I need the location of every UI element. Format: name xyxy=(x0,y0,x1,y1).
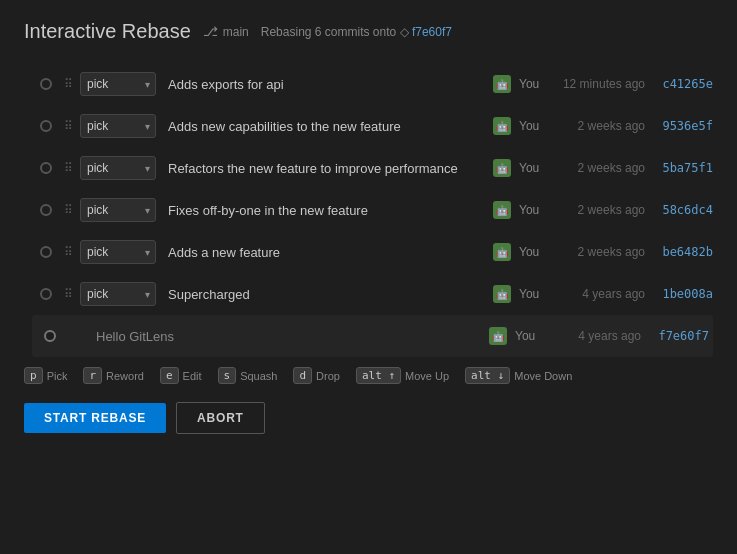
commit-meta: 🤖You12 minutes agoc41265e xyxy=(493,75,713,93)
drag-handle[interactable]: ⠿ xyxy=(60,161,76,175)
page-header: Interactive Rebase ⎇ main Rebasing 6 com… xyxy=(24,20,713,43)
drag-handle[interactable]: ⠿ xyxy=(60,287,76,301)
base-hash: f7e60f7 xyxy=(412,25,452,39)
action-select-wrapper: pickrewordeditsquashfixupdrop xyxy=(80,114,156,138)
shortcut-item: sSquash xyxy=(218,367,278,384)
base-commit-row: Hello GitLens🤖You4 years agof7e60f7 xyxy=(32,315,713,357)
branch-name: main xyxy=(223,25,249,39)
commit-hash: be6482b xyxy=(653,245,713,259)
shortcut-item: pPick xyxy=(24,367,67,384)
commit-meta: 🤖You2 weeks ago9536e5f xyxy=(493,117,713,135)
base-commit-message: Hello GitLens xyxy=(96,329,477,344)
drag-handle[interactable]: ⠿ xyxy=(60,119,76,133)
branch-badge: ⎇ main xyxy=(203,24,249,39)
commit-meta: 🤖You2 weeks ago58c6dc4 xyxy=(493,201,713,219)
author-name: You xyxy=(519,119,547,133)
action-select-wrapper: pickrewordeditsquashfixupdrop xyxy=(80,240,156,264)
timeline-col xyxy=(32,204,60,216)
table-row: ⠿pickrewordeditsquashfixupdropAdds new c… xyxy=(32,105,713,147)
timeline-col xyxy=(32,162,60,174)
start-rebase-button[interactable]: START REBASE xyxy=(24,403,166,433)
time-ago: 2 weeks ago xyxy=(555,161,645,175)
avatar: 🤖 xyxy=(493,159,511,177)
timeline-circle xyxy=(40,78,52,90)
action-select-wrapper: pickrewordeditsquashfixupdrop xyxy=(80,282,156,306)
commit-message: Supercharged xyxy=(168,287,481,302)
actions-row: START REBASE ABORT xyxy=(24,398,713,434)
timeline-circle xyxy=(40,204,52,216)
commit-message: Adds a new feature xyxy=(168,245,481,260)
shortcut-label: Reword xyxy=(106,370,144,382)
author-name: You xyxy=(519,245,547,259)
drag-handle[interactable]: ⠿ xyxy=(60,77,76,91)
author-name: You xyxy=(519,77,547,91)
action-select[interactable]: pickrewordeditsquashfixupdrop xyxy=(80,282,156,306)
action-select-wrapper: pickrewordeditsquashfixupdrop xyxy=(80,156,156,180)
timeline-col xyxy=(32,246,60,258)
avatar: 🤖 xyxy=(493,243,511,261)
table-row: ⠿pickrewordeditsquashfixupdropAdds expor… xyxy=(32,63,713,105)
action-select[interactable]: pickrewordeditsquashfixupdrop xyxy=(80,72,156,96)
avatar: 🤖 xyxy=(493,117,511,135)
commit-meta: 🤖You4 years ago1be008a xyxy=(493,285,713,303)
table-row: ⠿pickrewordeditsquashfixupdropSupercharg… xyxy=(32,273,713,315)
timeline-circle xyxy=(40,162,52,174)
action-select[interactable]: pickrewordeditsquashfixupdrop xyxy=(80,114,156,138)
shortcut-label: Pick xyxy=(47,370,68,382)
avatar: 🤖 xyxy=(493,75,511,93)
drag-handle[interactable]: ⠿ xyxy=(60,245,76,259)
shortcut-label: Squash xyxy=(240,370,277,382)
action-select-wrapper: pickrewordeditsquashfixupdrop xyxy=(80,198,156,222)
commit-meta: 🤖You2 weeks agobe6482b xyxy=(493,243,713,261)
keyboard-shortcut: e xyxy=(160,367,179,384)
commit-message: Adds exports for api xyxy=(168,77,481,92)
shortcut-item: alt ↓Move Down xyxy=(465,367,572,384)
shortcut-item: dDrop xyxy=(293,367,339,384)
author-name: You xyxy=(519,161,547,175)
keyboard-shortcut: p xyxy=(24,367,43,384)
keyboard-shortcut: r xyxy=(83,367,102,384)
timeline-col xyxy=(32,288,60,300)
time-ago: 2 weeks ago xyxy=(555,203,645,217)
time-ago: 12 minutes ago xyxy=(555,77,645,91)
action-select[interactable]: pickrewordeditsquashfixupdrop xyxy=(80,240,156,264)
action-select[interactable]: pickrewordeditsquashfixupdrop xyxy=(80,156,156,180)
abort-button[interactable]: ABORT xyxy=(176,402,265,434)
avatar: 🤖 xyxy=(493,285,511,303)
table-row: ⠿pickrewordeditsquashfixupdropRefactors … xyxy=(32,147,713,189)
commit-hash: 58c6dc4 xyxy=(653,203,713,217)
commit-hash: c41265e xyxy=(653,77,713,91)
shortcut-label: Drop xyxy=(316,370,340,382)
time-ago: 2 weeks ago xyxy=(555,245,645,259)
keyboard-shortcut: alt ↓ xyxy=(465,367,510,384)
timeline-col xyxy=(32,78,60,90)
author-name: You xyxy=(519,203,547,217)
time-ago: 4 years ago xyxy=(555,287,645,301)
commit-message: Fixes off-by-one in the new feature xyxy=(168,203,481,218)
commit-hash: 1be008a xyxy=(653,287,713,301)
commit-meta: 🤖You2 weeks ago5ba75f1 xyxy=(493,159,713,177)
shortcuts-bar: pPickrRewordeEditsSquashdDropalt ↑Move U… xyxy=(24,357,713,398)
timeline-circle xyxy=(40,120,52,132)
timeline-circle xyxy=(40,288,52,300)
shortcut-item: eEdit xyxy=(160,367,202,384)
table-row: ⠿pickrewordeditsquashfixupdropAdds a new… xyxy=(32,231,713,273)
commit-hash: 9536e5f xyxy=(653,119,713,133)
commit-message: Adds new capabilities to the new feature xyxy=(168,119,481,134)
drag-handle[interactable]: ⠿ xyxy=(60,203,76,217)
commit-hash: 5ba75f1 xyxy=(653,161,713,175)
keyboard-shortcut: d xyxy=(293,367,312,384)
page-title: Interactive Rebase xyxy=(24,20,191,43)
shortcut-label: Move Down xyxy=(514,370,572,382)
table-row: ⠿pickrewordeditsquashfixupdropFixes off-… xyxy=(32,189,713,231)
shortcut-item: rReword xyxy=(83,367,144,384)
branch-icon: ⎇ xyxy=(203,24,218,39)
shortcut-label: Move Up xyxy=(405,370,449,382)
action-select-wrapper: pickrewordeditsquashfixupdrop xyxy=(80,72,156,96)
action-select[interactable]: pickrewordeditsquashfixupdrop xyxy=(80,198,156,222)
rebasing-text: Rebasing 6 commits onto ◇ f7e60f7 xyxy=(261,25,452,39)
commits-list: ⠿pickrewordeditsquashfixupdropAdds expor… xyxy=(32,63,713,357)
shortcut-label: Edit xyxy=(183,370,202,382)
author-name: You xyxy=(519,287,547,301)
timeline-col xyxy=(32,120,60,132)
